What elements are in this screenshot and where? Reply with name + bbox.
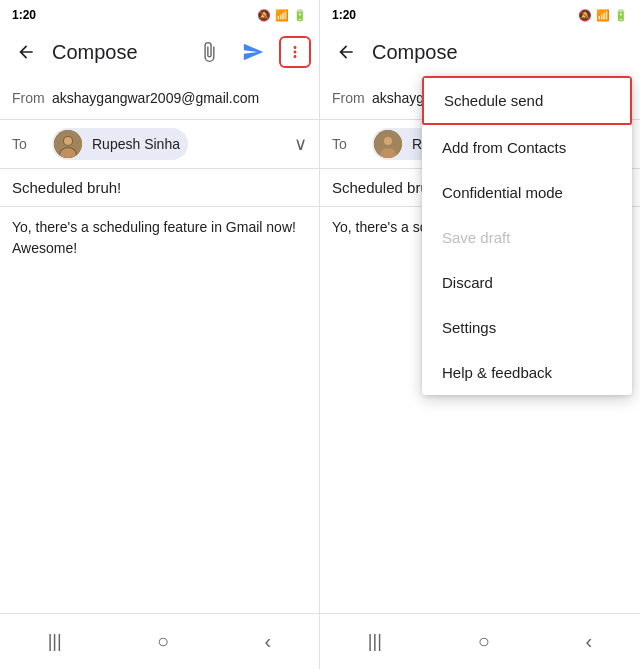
dropdown-menu: Schedule send Add from Contacts Confiden… <box>422 76 632 395</box>
left-from-field: From akshaygangwar2009@gmail.com <box>0 76 319 120</box>
left-back-button[interactable] <box>8 34 44 70</box>
menu-item-discard[interactable]: Discard <box>422 260 632 305</box>
right-status-icons: 🔕 📶 🔋 <box>578 9 628 22</box>
left-body[interactable]: Yo, there's a scheduling feature in Gmai… <box>0 207 319 269</box>
right-nav-home-icon[interactable]: ○ <box>478 630 490 653</box>
left-compose-title: Compose <box>52 41 183 64</box>
left-bottom-nav: ||| ○ ‹ <box>0 613 319 669</box>
menu-item-confidential-mode[interactable]: Confidential mode <box>422 170 632 215</box>
right-contact-avatar <box>374 130 402 158</box>
left-attach-button[interactable] <box>191 34 227 70</box>
menu-item-add-from-contacts[interactable]: Add from Contacts <box>422 125 632 170</box>
right-phone-panel: 1:20 🔕 📶 🔋 Compose From akshaygangwar200… <box>320 0 640 669</box>
left-status-time: 1:20 <box>12 8 36 22</box>
left-from-label: From <box>12 90 52 106</box>
right-status-bar: 1:20 🔕 📶 🔋 <box>320 0 640 28</box>
right-nav-menu-icon[interactable]: ||| <box>368 631 382 652</box>
left-top-bar: Compose <box>0 28 319 76</box>
left-nav-menu-icon[interactable]: ||| <box>48 631 62 652</box>
left-to-chevron: ∨ <box>294 133 307 155</box>
right-bottom-nav: ||| ○ ‹ <box>320 613 640 669</box>
left-send-button[interactable] <box>235 34 271 70</box>
left-status-bar: 1:20 🔕 📶 🔋 <box>0 0 319 28</box>
left-more-button[interactable] <box>279 36 311 68</box>
left-to-field[interactable]: To Rupesh Sinha ∨ <box>0 120 319 169</box>
left-nav-back-icon[interactable]: ‹ <box>265 630 272 653</box>
right-nav-back-icon[interactable]: ‹ <box>585 630 592 653</box>
left-nav-home-icon[interactable]: ○ <box>157 630 169 653</box>
left-to-label: To <box>12 136 52 152</box>
menu-item-save-draft: Save draft <box>422 215 632 260</box>
left-subject[interactable]: Scheduled bruh! <box>0 169 319 207</box>
left-contact-avatar <box>54 130 82 158</box>
menu-item-help-feedback[interactable]: Help & feedback <box>422 350 632 395</box>
right-compose-title: Compose <box>372 41 632 64</box>
right-to-label: To <box>332 136 372 152</box>
menu-item-schedule-send[interactable]: Schedule send <box>422 76 632 125</box>
menu-item-settings[interactable]: Settings <box>422 305 632 350</box>
svg-point-6 <box>384 137 392 145</box>
left-contact-chip[interactable]: Rupesh Sinha <box>52 128 188 160</box>
svg-point-3 <box>64 137 72 145</box>
left-phone-panel: 1:20 🔕 📶 🔋 Compose <box>0 0 320 669</box>
right-back-button[interactable] <box>328 34 364 70</box>
right-from-label: From <box>332 90 372 106</box>
left-contact-name: Rupesh Sinha <box>92 136 180 152</box>
right-status-time: 1:20 <box>332 8 356 22</box>
right-top-bar: Compose <box>320 28 640 76</box>
left-from-value: akshaygangwar2009@gmail.com <box>52 90 307 106</box>
left-status-icons: 🔕 📶 🔋 <box>257 9 307 22</box>
